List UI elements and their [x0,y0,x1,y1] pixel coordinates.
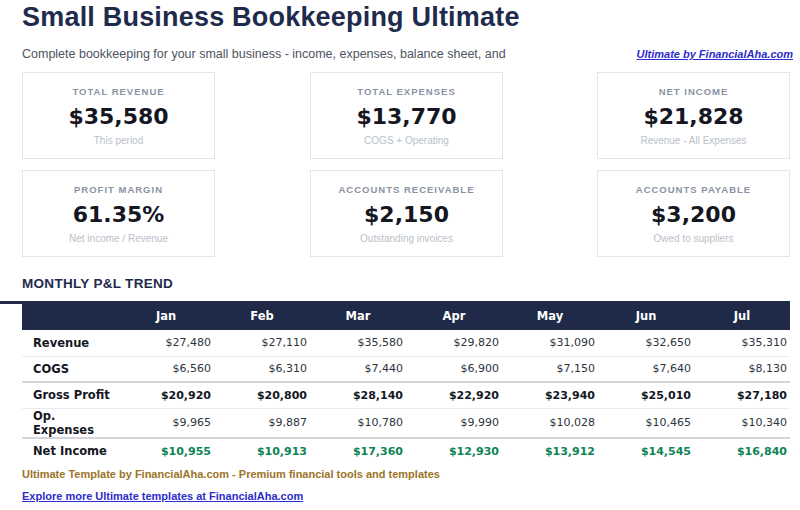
cell-value: $27,110 [214,330,310,356]
cell-value: $31,090 [502,330,598,356]
cell-value: $20,920 [118,382,214,408]
kpi-note: Owed to suppliers [653,233,733,244]
pl-header-row: Jan Feb Mar Apr May Jun Jul [22,301,790,330]
cell-value: $25,010 [598,382,694,408]
cell-value: $17,360 [310,438,406,464]
cell-value: $7,150 [502,356,598,382]
kpi-card-total-revenue: TOTAL REVENUE $35,580 This period [22,72,215,159]
kpi-note: Outstanding invoices [360,233,453,244]
cell-value: $10,465 [598,408,694,438]
pl-section-heading: MONTHLY P&L TREND [22,276,173,291]
pl-col-header-jul: Jul [694,301,790,330]
kpi-label: TOTAL EXPENSES [357,86,455,97]
cell-value: $10,955 [118,438,214,464]
cell-value: $12,930 [406,438,502,464]
kpi-value: $21,828 [643,104,743,129]
cell-value: $10,780 [310,408,406,438]
footer-tagline: Ultimate Template by FinancialAha.com - … [22,468,440,480]
cell-value: $32,650 [598,330,694,356]
cell-value: $29,820 [406,330,502,356]
kpi-card-accounts-payable: ACCOUNTS PAYABLE $3,200 Owed to supplier… [597,170,790,257]
kpi-card-accounts-receivable: ACCOUNTS RECEIVABLE $2,150 Outstanding i… [310,170,503,257]
pl-col-header-may: May [502,301,598,330]
cell-value: $10,028 [502,408,598,438]
bookkeeping-dashboard: { "header": { "title": "Small Business B… [0,0,800,510]
kpi-card-net-income: NET INCOME $21,828 Revenue - All Expense… [597,72,790,159]
cell-value: $16,840 [694,438,790,464]
table-row-net-income: Net Income $10,955 $10,913 $17,360 $12,9… [22,438,790,464]
kpi-label: ACCOUNTS PAYABLE [636,184,751,195]
pl-col-header-feb: Feb [214,301,310,330]
cell-value: $28,140 [310,382,406,408]
cell-value: $10,340 [694,408,790,438]
kpi-value: 61.35% [73,202,165,227]
cell-value: $6,560 [118,356,214,382]
kpi-label: TOTAL REVENUE [72,86,164,97]
pl-col-header-jan: Jan [118,301,214,330]
cell-value: $27,480 [118,330,214,356]
pl-col-header-jun: Jun [598,301,694,330]
cell-value: $7,640 [598,356,694,382]
kpi-value: $13,770 [356,104,456,129]
kpi-value: $35,580 [68,104,168,129]
page-title: Small Business Bookkeeping Ultimate [22,2,520,33]
table-row-gross-profit: Gross Profit $20,920 $20,800 $28,140 $22… [22,382,790,408]
row-label: Op. Expenses [22,408,118,438]
table-top-rule [0,301,24,304]
kpi-note: Revenue - All Expenses [640,135,746,146]
cell-value: $20,800 [214,382,310,408]
row-label: Net Income [22,438,118,464]
table-row-op-expenses: Op. Expenses $9,965 $9,887 $10,780 $9,99… [22,408,790,438]
kpi-label: NET INCOME [659,86,729,97]
cell-value: $7,440 [310,356,406,382]
cell-value: $14,545 [598,438,694,464]
row-label: Gross Profit [22,382,118,408]
cell-value: $6,310 [214,356,310,382]
kpi-card-total-expenses: TOTAL EXPENSES $13,770 COGS + Operating [310,72,503,159]
kpi-note: This period [94,135,143,146]
page-subtitle: Complete bookkeeping for your small busi… [22,47,506,61]
cell-value: $6,900 [406,356,502,382]
explore-templates-link[interactable]: Explore more Ultimate templates at Finan… [22,490,303,502]
cell-value: $9,990 [406,408,502,438]
pl-col-header-mar: Mar [310,301,406,330]
cell-value: $27,180 [694,382,790,408]
pl-table: Jan Feb Mar Apr May Jun Jul Revenue $27,… [22,301,790,464]
cell-value: $22,920 [406,382,502,408]
kpi-value: $3,200 [651,202,736,227]
cell-value: $13,912 [502,438,598,464]
table-row-revenue: Revenue $27,480 $27,110 $35,580 $29,820 … [22,330,790,356]
cell-value: $9,965 [118,408,214,438]
cell-value: $35,310 [694,330,790,356]
kpi-value: $2,150 [364,202,449,227]
kpi-label: ACCOUNTS RECEIVABLE [339,184,475,195]
row-label: Revenue [22,330,118,356]
row-label: COGS [22,356,118,382]
cell-value: $9,887 [214,408,310,438]
cell-value: $23,940 [502,382,598,408]
kpi-card-profit-margin: PROFIT MARGIN 61.35% Net income / Revenu… [22,170,215,257]
kpi-note: Net income / Revenue [69,233,168,244]
cell-value: $10,913 [214,438,310,464]
pl-col-header-apr: Apr [406,301,502,330]
brand-link[interactable]: Ultimate by FinancialAha.com [637,48,793,60]
cell-value: $35,580 [310,330,406,356]
table-row-cogs: COGS $6,560 $6,310 $7,440 $6,900 $7,150 … [22,356,790,382]
pl-col-label-header [22,301,118,330]
cell-value: $8,130 [694,356,790,382]
kpi-label: PROFIT MARGIN [74,184,163,195]
kpi-note: COGS + Operating [364,135,449,146]
